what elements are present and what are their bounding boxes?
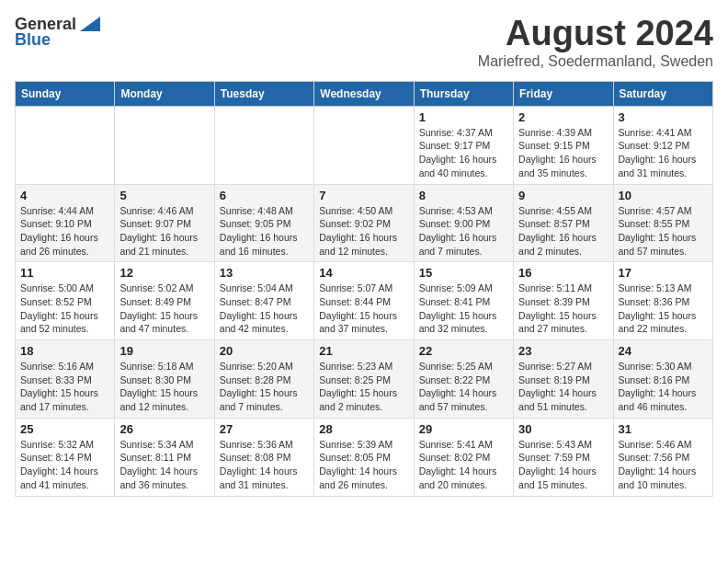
cell-date: 21 (319, 344, 408, 358)
day-header-thursday: Thursday (414, 81, 513, 106)
cell-date: 16 (518, 266, 608, 280)
calendar-cell: 1Sunrise: 4:37 AM Sunset: 9:17 PM Daylig… (414, 106, 513, 184)
calendar-cell: 11Sunrise: 5:00 AM Sunset: 8:52 PM Dayli… (16, 262, 115, 340)
calendar-cell: 5Sunrise: 4:46 AM Sunset: 9:07 PM Daylig… (115, 184, 214, 262)
cell-date: 6 (220, 189, 309, 202)
cell-info: Sunrise: 5:04 AM Sunset: 8:47 PM Dayligh… (220, 282, 309, 336)
calendar-cell: 4Sunrise: 4:44 AM Sunset: 9:10 PM Daylig… (16, 184, 115, 262)
cell-date: 23 (518, 344, 608, 358)
cell-date: 29 (419, 422, 508, 436)
calendar-cell: 21Sunrise: 5:23 AM Sunset: 8:25 PM Dayli… (314, 340, 414, 419)
calendar-cell: 31Sunrise: 5:46 AM Sunset: 7:56 PM Dayli… (613, 418, 712, 496)
cell-info: Sunrise: 4:55 AM Sunset: 8:57 PM Dayligh… (518, 204, 608, 259)
calendar-cell: 20Sunrise: 5:20 AM Sunset: 8:28 PM Dayli… (214, 340, 313, 419)
cell-info: Sunrise: 5:32 AM Sunset: 8:14 PM Dayligh… (20, 438, 109, 492)
cell-date: 15 (419, 266, 508, 280)
calendar-cell: 9Sunrise: 4:55 AM Sunset: 8:57 PM Daylig… (514, 184, 613, 262)
cell-info: Sunrise: 4:48 AM Sunset: 9:05 PM Dayligh… (220, 204, 309, 259)
calendar-cell: 27Sunrise: 5:36 AM Sunset: 8:08 PM Dayli… (214, 418, 313, 496)
cell-info: Sunrise: 5:39 AM Sunset: 8:05 PM Dayligh… (319, 438, 408, 492)
cell-info: Sunrise: 5:16 AM Sunset: 8:33 PM Dayligh… (20, 360, 109, 414)
cell-date: 12 (119, 266, 209, 280)
calendar-cell: 10Sunrise: 4:57 AM Sunset: 8:55 PM Dayli… (613, 184, 712, 262)
cell-date: 8 (419, 189, 508, 202)
cell-info: Sunrise: 5:20 AM Sunset: 8:28 PM Dayligh… (220, 360, 309, 414)
cell-info: Sunrise: 5:46 AM Sunset: 7:56 PM Dayligh… (619, 438, 708, 492)
cell-date: 18 (20, 344, 109, 358)
logo-blue: Blue (15, 30, 51, 50)
main-title: August 2024 (478, 15, 713, 53)
calendar-cell: 13Sunrise: 5:04 AM Sunset: 8:47 PM Dayli… (214, 262, 313, 340)
calendar-cell: 22Sunrise: 5:25 AM Sunset: 8:22 PM Dayli… (414, 340, 513, 419)
cell-date: 9 (518, 189, 608, 202)
week-row-1: 1Sunrise: 4:37 AM Sunset: 9:17 PM Daylig… (16, 106, 713, 184)
cell-info: Sunrise: 5:34 AM Sunset: 8:11 PM Dayligh… (119, 438, 209, 492)
calendar-cell: 14Sunrise: 5:07 AM Sunset: 8:44 PM Dayli… (314, 262, 414, 340)
cell-date: 2 (518, 110, 608, 124)
cell-date: 3 (619, 110, 708, 124)
cell-date: 7 (319, 189, 408, 202)
cell-date: 27 (220, 422, 309, 436)
cell-info: Sunrise: 5:30 AM Sunset: 8:16 PM Dayligh… (619, 360, 708, 414)
calendar-page: General Blue August 2024 Mariefred, Soed… (0, 0, 728, 511)
week-row-3: 11Sunrise: 5:00 AM Sunset: 8:52 PM Dayli… (16, 262, 713, 340)
cell-info: Sunrise: 4:41 AM Sunset: 9:12 PM Dayligh… (619, 126, 708, 180)
calendar-cell: 28Sunrise: 5:39 AM Sunset: 8:05 PM Dayli… (314, 418, 414, 496)
calendar-table: SundayMondayTuesdayWednesdayThursdayFrid… (15, 81, 713, 497)
calendar-cell: 16Sunrise: 5:11 AM Sunset: 8:39 PM Dayli… (514, 262, 613, 340)
cell-date: 4 (20, 189, 109, 202)
cell-info: Sunrise: 4:39 AM Sunset: 9:15 PM Dayligh… (518, 126, 608, 180)
cell-info: Sunrise: 5:07 AM Sunset: 8:44 PM Dayligh… (319, 282, 408, 336)
cell-date: 24 (619, 344, 708, 358)
cell-date: 31 (619, 422, 708, 436)
week-row-5: 25Sunrise: 5:32 AM Sunset: 8:14 PM Dayli… (16, 418, 713, 496)
day-header-tuesday: Tuesday (214, 81, 313, 106)
week-row-2: 4Sunrise: 4:44 AM Sunset: 9:10 PM Daylig… (16, 184, 713, 262)
cell-info: Sunrise: 5:00 AM Sunset: 8:52 PM Dayligh… (20, 282, 109, 336)
day-header-monday: Monday (115, 81, 214, 106)
calendar-cell: 2Sunrise: 4:39 AM Sunset: 9:15 PM Daylig… (514, 106, 613, 184)
cell-info: Sunrise: 5:18 AM Sunset: 8:30 PM Dayligh… (119, 360, 209, 414)
calendar-cell: 24Sunrise: 5:30 AM Sunset: 8:16 PM Dayli… (613, 340, 712, 419)
day-header-saturday: Saturday (613, 81, 712, 106)
cell-date: 1 (419, 110, 508, 124)
calendar-cell: 18Sunrise: 5:16 AM Sunset: 8:33 PM Dayli… (16, 340, 115, 419)
calendar-cell (16, 106, 115, 184)
calendar-cell (214, 106, 313, 184)
cell-info: Sunrise: 4:53 AM Sunset: 9:00 PM Dayligh… (419, 204, 508, 259)
cell-info: Sunrise: 4:46 AM Sunset: 9:07 PM Dayligh… (119, 204, 209, 259)
calendar-cell: 7Sunrise: 4:50 AM Sunset: 9:02 PM Daylig… (314, 184, 414, 262)
calendar-cell: 6Sunrise: 4:48 AM Sunset: 9:05 PM Daylig… (214, 184, 313, 262)
cell-date: 13 (220, 266, 309, 280)
day-header-sunday: Sunday (16, 81, 115, 106)
calendar-cell: 3Sunrise: 4:41 AM Sunset: 9:12 PM Daylig… (613, 106, 712, 184)
cell-date: 25 (20, 422, 109, 436)
cell-date: 22 (419, 344, 508, 358)
calendar-cell: 23Sunrise: 5:27 AM Sunset: 8:19 PM Dayli… (514, 340, 613, 419)
subtitle: Mariefred, Soedermanland, Sweden (478, 53, 713, 70)
cell-info: Sunrise: 4:57 AM Sunset: 8:55 PM Dayligh… (619, 204, 708, 259)
calendar-cell (115, 106, 214, 184)
cell-date: 17 (619, 266, 708, 280)
calendar-cell: 19Sunrise: 5:18 AM Sunset: 8:30 PM Dayli… (115, 340, 214, 419)
cell-info: Sunrise: 4:37 AM Sunset: 9:17 PM Dayligh… (419, 126, 508, 180)
calendar-cell: 29Sunrise: 5:41 AM Sunset: 8:02 PM Dayli… (414, 418, 513, 496)
cell-info: Sunrise: 4:44 AM Sunset: 9:10 PM Dayligh… (20, 204, 109, 259)
cell-info: Sunrise: 5:43 AM Sunset: 7:59 PM Dayligh… (518, 438, 608, 492)
logo-icon (80, 17, 100, 31)
title-block: August 2024 Mariefred, Soedermanland, Sw… (478, 15, 713, 70)
cell-date: 14 (319, 266, 408, 280)
cell-info: Sunrise: 5:25 AM Sunset: 8:22 PM Dayligh… (419, 360, 508, 414)
cell-date: 20 (220, 344, 309, 358)
cell-info: Sunrise: 5:41 AM Sunset: 8:02 PM Dayligh… (419, 438, 508, 492)
header: General Blue August 2024 Mariefred, Soed… (15, 15, 713, 70)
cell-info: Sunrise: 5:27 AM Sunset: 8:19 PM Dayligh… (518, 360, 608, 414)
calendar-cell: 8Sunrise: 4:53 AM Sunset: 9:00 PM Daylig… (414, 184, 513, 262)
svg-marker-0 (80, 17, 100, 31)
header-row: SundayMondayTuesdayWednesdayThursdayFrid… (16, 81, 713, 106)
calendar-cell: 17Sunrise: 5:13 AM Sunset: 8:36 PM Dayli… (613, 262, 712, 340)
cell-info: Sunrise: 5:23 AM Sunset: 8:25 PM Dayligh… (319, 360, 408, 414)
calendar-cell: 30Sunrise: 5:43 AM Sunset: 7:59 PM Dayli… (514, 418, 613, 496)
calendar-cell: 12Sunrise: 5:02 AM Sunset: 8:49 PM Dayli… (115, 262, 214, 340)
cell-info: Sunrise: 4:50 AM Sunset: 9:02 PM Dayligh… (319, 204, 408, 259)
